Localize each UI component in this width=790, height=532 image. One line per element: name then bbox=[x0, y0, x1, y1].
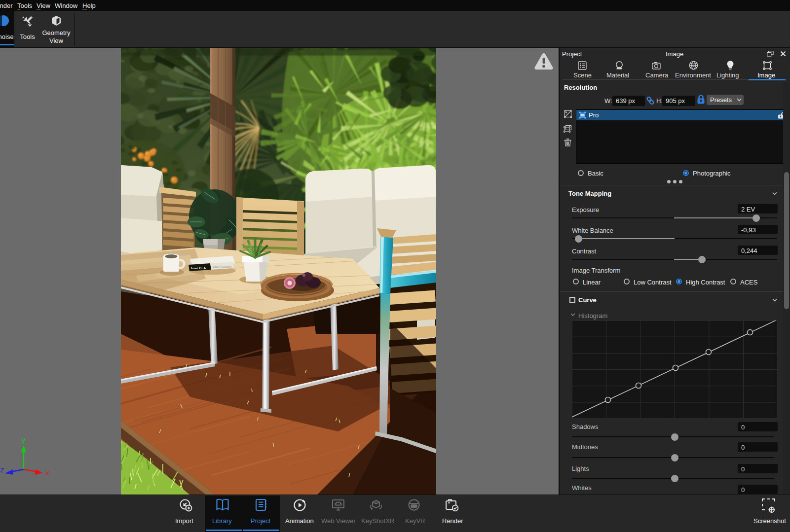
svg-text:Janet Fitch: Janet Fitch bbox=[190, 266, 206, 270]
svg-text:white oleander: white oleander bbox=[213, 265, 232, 268]
svg-text:z: z bbox=[0, 466, 4, 475]
svg-text:y: y bbox=[21, 436, 26, 445]
svg-text:x: x bbox=[45, 469, 50, 478]
